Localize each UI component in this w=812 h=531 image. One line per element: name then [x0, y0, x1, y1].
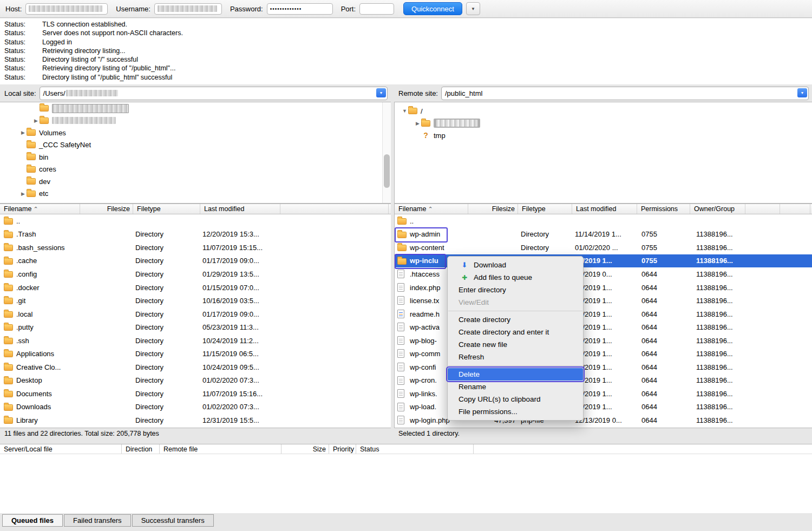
- file-cell: wp-load.: [410, 401, 436, 414]
- queue-column-direction[interactable]: Direction: [122, 444, 160, 454]
- menu-item-create-directory[interactable]: Create directory: [448, 313, 583, 326]
- menu-item-refresh[interactable]: Refresh: [448, 351, 583, 363]
- file-cell: 01/02/2020 07:3...: [202, 401, 259, 414]
- tree-item-label: /: [421, 107, 423, 115]
- password-input[interactable]: •••••••••••••: [267, 3, 333, 15]
- remote-path-select[interactable]: /public_html ▼: [441, 87, 809, 100]
- column-header-filename[interactable]: Filename ⌃: [0, 204, 80, 214]
- file-row-applications[interactable]: ApplicationsDirectory11/15/2019 06:5...: [0, 347, 391, 360]
- local-tree-item-bin[interactable]: bin: [0, 151, 391, 163]
- host-input[interactable]: [25, 3, 108, 15]
- column-header-filename[interactable]: Filename ⌃: [395, 204, 468, 214]
- file-row-config[interactable]: .configDirectory01/29/2019 13:5...: [0, 267, 391, 281]
- file-row-[interactable]: ..: [395, 214, 812, 228]
- remote-tree-item-public-html[interactable]: ▶: [395, 117, 812, 130]
- file-row-git[interactable]: .gitDirectory10/16/2019 03:5...: [0, 294, 391, 307]
- file-row-docker[interactable]: .dockerDirectory01/15/2019 07:0...: [0, 281, 391, 294]
- folder-icon: [397, 232, 407, 238]
- local-tree-item[interactable]: ▶: [0, 115, 391, 127]
- local-path-select[interactable]: /Users/ ▼: [40, 87, 388, 100]
- file-cell: Desktop: [16, 374, 42, 388]
- folder-icon: [40, 105, 49, 112]
- file-row-wp-admin[interactable]: wp-adminDirectory11/14/2019 1...07551138…: [395, 228, 812, 241]
- remote-path-dropdown-button[interactable]: ▼: [797, 88, 807, 97]
- tab-queued-files[interactable]: Queued files: [2, 514, 63, 527]
- file-row-library[interactable]: LibraryDirectory12/31/2019 15:5...: [0, 414, 391, 427]
- local-tree-item-volumes[interactable]: ▶Volumes: [0, 127, 391, 139]
- folder-icon: [4, 338, 13, 344]
- local-tree-item-dev[interactable]: dev: [0, 175, 391, 188]
- local-tree-item-etc[interactable]: ▶etc: [0, 188, 391, 200]
- file-row-wp-content[interactable]: wp-contentDirectory01/02/2020 ...0755113…: [395, 241, 812, 254]
- file-cell: Directory: [135, 241, 163, 254]
- file-row-bash-sessions[interactable]: .bash_sessionsDirectory11/07/2019 15:15.…: [0, 241, 391, 254]
- queue-column-status[interactable]: Status: [356, 444, 474, 454]
- local-tree-item-cores[interactable]: cores: [0, 163, 391, 176]
- queue-column-priority[interactable]: Priority: [329, 444, 356, 454]
- menu-item-delete[interactable]: Delete: [448, 368, 583, 381]
- local-path-dropdown-button[interactable]: ▼: [376, 88, 386, 97]
- chevron-down-icon[interactable]: ▼: [401, 108, 408, 114]
- chevron-right-icon[interactable]: ▶: [19, 191, 27, 196]
- menu-item-copy-url-s-to-clipboard[interactable]: Copy URL(s) to clipboard: [448, 393, 583, 405]
- queue-column-remote-file[interactable]: Remote file: [160, 444, 281, 454]
- quickconnect-dropdown-button[interactable]: ▼: [466, 2, 480, 15]
- queue-column-server-local-file[interactable]: Server/Local file: [0, 444, 122, 454]
- chevron-right-icon[interactable]: ▶: [414, 121, 421, 126]
- quickconnect-button[interactable]: Quickconnect: [403, 2, 462, 15]
- file-icon: [397, 270, 404, 278]
- menu-item-label: Create directory and enter it: [459, 328, 549, 336]
- tab-failed-transfers[interactable]: Failed transfers: [64, 514, 131, 527]
- menu-item-create-directory-and-enter-it[interactable]: Create directory and enter it: [448, 326, 583, 338]
- folder-icon: [27, 129, 36, 136]
- column-header-filesize[interactable]: Filesize: [468, 204, 518, 214]
- column-header-owner-group[interactable]: Owner/Group: [690, 204, 745, 214]
- menu-item-create-new-file[interactable]: Create new file: [448, 338, 583, 351]
- file-row-creative-clo[interactable]: Creative Clo...Directory10/24/2019 09:5.…: [0, 360, 391, 374]
- file-cell: .Trash: [16, 228, 36, 241]
- file-cell: .cache: [16, 254, 37, 268]
- chevron-right-icon[interactable]: ▶: [32, 118, 40, 123]
- column-header-last-modified[interactable]: Last modified: [200, 204, 280, 214]
- menu-item-label: Refresh: [459, 353, 484, 361]
- local-tree-item-ccc-safetynet[interactable]: _CCC SafetyNet: [0, 139, 391, 152]
- file-row-ssh[interactable]: .sshDirectory10/24/2019 11:2...: [0, 334, 391, 348]
- host-label: Host:: [5, 5, 22, 13]
- column-header-last-modified[interactable]: Last modified: [572, 204, 637, 214]
- remote-tree-item-[interactable]: ▼/: [395, 105, 812, 117]
- file-cell: Directory: [135, 360, 163, 374]
- queue-column-size[interactable]: Size: [281, 444, 329, 454]
- file-cell: 0644: [641, 281, 657, 294]
- file-cell: 0644: [641, 387, 657, 401]
- file-row-cache[interactable]: .cacheDirectory01/17/2019 09:0...: [0, 254, 391, 268]
- port-input[interactable]: [359, 3, 394, 15]
- file-cell: wp-comm: [410, 347, 440, 360]
- column-header-filetype[interactable]: Filetype: [133, 204, 200, 214]
- file-icon: [397, 310, 404, 318]
- file-cell: 11388196...: [696, 281, 733, 294]
- file-row-desktop[interactable]: DesktopDirectory01/02/2020 07:3...: [0, 374, 391, 388]
- file-row-trash[interactable]: .TrashDirectory12/20/2019 15:3...: [0, 228, 391, 241]
- column-header-filetype[interactable]: Filetype: [518, 204, 572, 214]
- file-cell: .htaccess: [410, 267, 440, 281]
- file-row-documents[interactable]: DocumentsDirectory11/07/2019 15:16...: [0, 387, 391, 401]
- tab-successful-transfers[interactable]: Successful transfers: [132, 514, 214, 527]
- column-header-permissions[interactable]: Permissions: [637, 204, 690, 214]
- chevron-right-icon[interactable]: ▶: [19, 130, 27, 135]
- file-row-downloads[interactable]: DownloadsDirectory01/02/2020 07:3...: [0, 401, 391, 414]
- file-row-local[interactable]: .localDirectory01/17/2019 09:0...: [0, 307, 391, 321]
- file-row-putty[interactable]: .puttyDirectory05/23/2019 11:3...: [0, 320, 391, 334]
- menu-item-add-files-to-queue[interactable]: ✚Add files to queue: [448, 271, 583, 284]
- local-tree-item[interactable]: [0, 102, 391, 115]
- menu-item-enter-directory[interactable]: Enter directory: [448, 284, 583, 296]
- file-cell: [80, 307, 131, 321]
- file-cell: wp-inclu: [410, 254, 438, 268]
- redacted-folder-label: [52, 117, 116, 124]
- username-input[interactable]: [154, 3, 222, 15]
- remote-tree-item-tmp[interactable]: ?tmp: [395, 129, 812, 142]
- file-row-[interactable]: ..: [0, 214, 391, 228]
- menu-item-file-permissions[interactable]: File permissions...: [448, 405, 583, 418]
- menu-item-download[interactable]: ⬇Download: [448, 259, 583, 271]
- menu-item-rename[interactable]: Rename: [448, 381, 583, 393]
- column-header-filesize[interactable]: Filesize: [80, 204, 133, 214]
